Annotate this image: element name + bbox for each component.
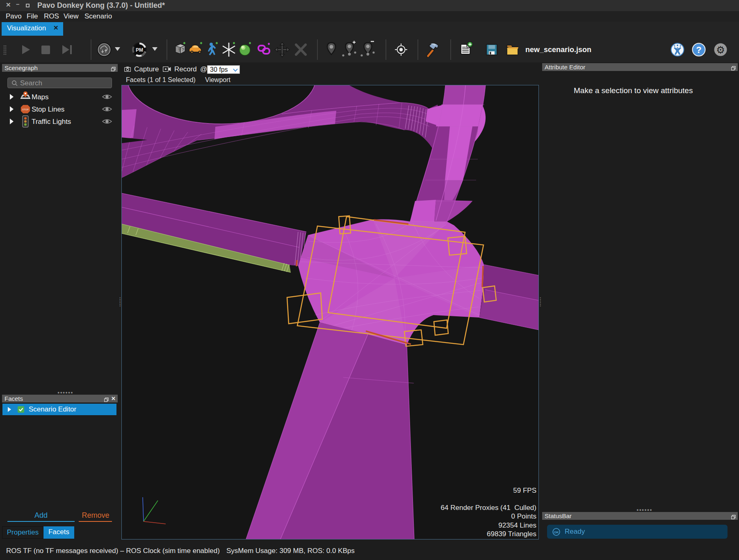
svg-text:STOP: STOP <box>22 108 29 111</box>
svg-text:92354 Lines: 92354 Lines <box>498 521 536 529</box>
svg-text:?: ? <box>178 48 180 53</box>
svg-text:?: ? <box>182 48 184 52</box>
svg-text:PM: PM <box>136 47 143 53</box>
svg-text:?: ? <box>696 45 701 55</box>
svg-text:⚙: ⚙ <box>716 44 725 55</box>
svg-text:69839 Triangles: 69839 Triangles <box>487 530 536 538</box>
svg-text:OK: OK <box>554 530 559 534</box>
svg-text:59 FPS: 59 FPS <box>513 487 536 494</box>
svg-text:64 Render Proxies (41 Culled): 64 Render Proxies (41 Culled) <box>441 504 536 512</box>
svg-text:0 Points: 0 Points <box>511 512 536 520</box>
